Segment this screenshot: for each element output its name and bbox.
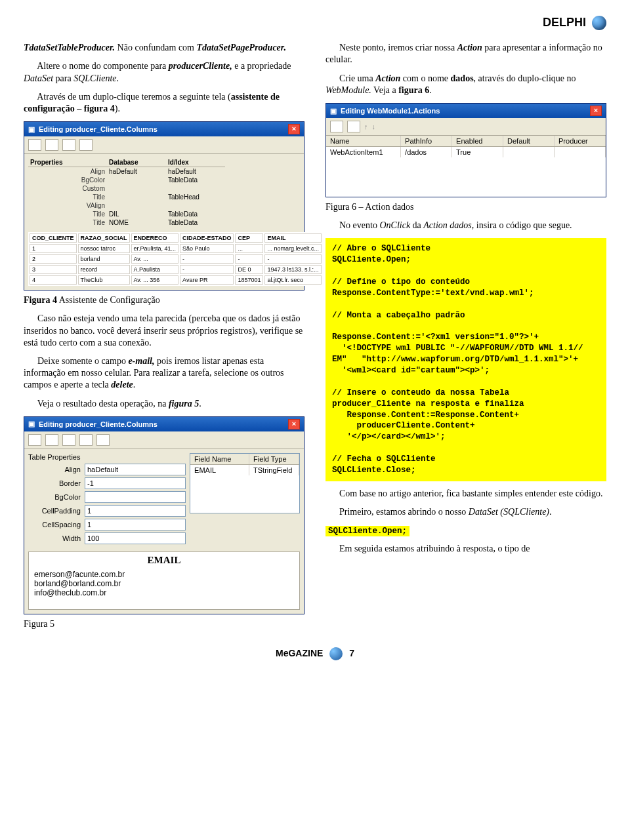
text: e a propriedade xyxy=(232,61,291,71)
toolbar-button[interactable] xyxy=(62,139,75,151)
para-r1: Neste ponto, iremos criar nossa Action p… xyxy=(326,42,606,66)
text: TdataSetTableProducer. xyxy=(24,43,115,52)
figure-5-caption: Figura 5 xyxy=(24,618,304,630)
grid-cell xyxy=(107,193,166,201)
section-label: Table Properties xyxy=(28,453,186,461)
text: Neste ponto, iremos criar nossa xyxy=(339,43,457,52)
grid-cell: DIL xyxy=(107,210,166,218)
field-label: Width xyxy=(28,534,85,542)
cell xyxy=(503,147,555,157)
col-header: PathInfo xyxy=(401,136,452,146)
toolbar-button[interactable] xyxy=(28,434,41,446)
col-header: Field Type xyxy=(249,454,299,464)
list-row[interactable]: EMAIL TStringField xyxy=(190,465,299,475)
th: COD_CLIENTE xyxy=(30,233,77,243)
toolbar-button[interactable] xyxy=(79,434,93,446)
text: insira o código que segue. xyxy=(474,220,572,230)
bgcolor-input[interactable] xyxy=(85,491,186,503)
th: ENDERECO xyxy=(131,233,179,243)
grid-header: Properties xyxy=(28,158,107,167)
email-preview: EMAIL emerson@facunte.com.br borland@bor… xyxy=(28,551,300,610)
table-row: 4TheClubAv. ... 356Avare PR1857001al.jtQ… xyxy=(30,275,322,285)
grid-cell: Custom xyxy=(28,184,107,193)
field-list: Field Name Field Type EMAIL TStringField xyxy=(190,453,300,513)
text: . xyxy=(429,85,432,95)
para-r2: Crie uma Action com o nome dados, atravé… xyxy=(326,73,606,96)
text: para xyxy=(53,73,74,83)
toolbar-button[interactable] xyxy=(330,121,343,132)
grid-cell xyxy=(107,184,166,193)
text: Action xyxy=(457,43,482,52)
text: OnClick xyxy=(379,220,410,230)
text: dados xyxy=(451,73,474,83)
grid-cell xyxy=(166,201,225,210)
th: CIDADE-ESTADO xyxy=(180,233,234,243)
grid-cell xyxy=(166,184,225,193)
toolbar-button[interactable] xyxy=(28,139,41,151)
grid-cell: Title xyxy=(28,218,107,227)
text: Através de um duplo-clique teremos a seg… xyxy=(37,92,230,102)
field-label: Border xyxy=(28,479,85,487)
para-2: Altere o nome do componente para produce… xyxy=(24,60,304,84)
window-toolbar: ↑ ↓ xyxy=(326,118,606,136)
grid-cell: BgColor xyxy=(28,176,107,184)
email-row: emerson@facunte.com.br xyxy=(34,570,294,579)
close-icon[interactable]: × xyxy=(288,124,300,134)
text: Em seguida estamos atribuindo à resposta… xyxy=(339,544,530,553)
close-icon[interactable]: × xyxy=(288,419,300,430)
text: Primeiro, estamos abrindo o nosso xyxy=(339,507,469,517)
list-row[interactable]: WebActionItem1 /dados True xyxy=(326,147,606,157)
text: DataSet xyxy=(24,73,53,83)
toolbar-button[interactable] xyxy=(62,434,75,446)
page-footer: MeGAZINE 7 xyxy=(24,647,606,660)
width-input[interactable]: 100 xyxy=(85,532,186,544)
text: Action xyxy=(375,73,400,83)
text: TdataSetPageProducer. xyxy=(197,43,287,52)
data-preview-table: COD_CLIENTE RAZAO_SOCIAL ENDERECO CIDADE… xyxy=(28,232,323,286)
email-row: info@theclub.com.br xyxy=(34,588,294,597)
actions-list: Name PathInfo Enabled Default Producer W… xyxy=(326,136,606,197)
text: . xyxy=(117,73,119,83)
toolbar-button[interactable] xyxy=(347,121,360,132)
app-icon: ▣ xyxy=(28,420,35,428)
toolbar-button[interactable] xyxy=(79,139,93,151)
grid-cell xyxy=(107,176,166,184)
grid-cell: TableData xyxy=(166,210,225,218)
text: delete xyxy=(111,380,133,390)
para-r3: No evento OnClick da Action dados, insir… xyxy=(326,220,606,231)
close-icon[interactable]: × xyxy=(590,106,602,116)
toolbar-button[interactable] xyxy=(45,434,58,446)
text: DataSet (SQLCliente) xyxy=(469,507,549,517)
cellpadding-input[interactable]: 1 xyxy=(85,505,186,517)
text: SQLCliente xyxy=(74,73,116,83)
cellspacing-input[interactable]: 1 xyxy=(85,519,186,530)
text: . xyxy=(549,507,552,517)
col-header: Field Name xyxy=(190,454,249,464)
cell: EMAIL xyxy=(190,465,249,475)
field-label: BgColor xyxy=(28,493,85,501)
cell xyxy=(555,147,606,157)
col-header: Producer xyxy=(555,136,606,146)
field-label: CellSpacing xyxy=(28,521,85,529)
border-input[interactable]: -1 xyxy=(85,477,186,489)
col-header: Default xyxy=(503,136,555,146)
table-row: 1nossoc tatrocer.Paulista, 41...São Paul… xyxy=(30,244,322,253)
para-r5: Primeiro, estamos abrindo o nosso DataSe… xyxy=(326,506,606,518)
code-inline-wrap: SQLCliente.Open; xyxy=(326,525,606,536)
code-block-main: // Abre o SQLCliente SQLCliente.Open; //… xyxy=(326,238,606,481)
text: Deixe somente o campo xyxy=(37,356,128,366)
col-header: Enabled xyxy=(452,136,503,146)
toolbar-button[interactable] xyxy=(45,139,58,151)
text: Com base no artigo anterior, fica bastan… xyxy=(339,489,602,498)
window-titlebar: ▣ Editing WebModule1.Actions × xyxy=(326,104,606,118)
align-input[interactable]: haDefault xyxy=(85,464,186,475)
toolbar-button[interactable] xyxy=(96,434,110,446)
cell: WebActionItem1 xyxy=(326,147,401,157)
table-row: 3recordA.Paulista-DE 01947.3 ls133. s.l.… xyxy=(30,265,322,274)
text: . xyxy=(133,380,136,390)
cell: True xyxy=(452,147,503,157)
window-title: Editing producer_Cliente.Columns xyxy=(39,420,158,428)
app-icon: ▣ xyxy=(330,107,337,115)
figure-4-caption: Figura 4 Assistente de Configuração xyxy=(24,294,304,306)
grid-header: Id/Idex xyxy=(166,158,225,167)
